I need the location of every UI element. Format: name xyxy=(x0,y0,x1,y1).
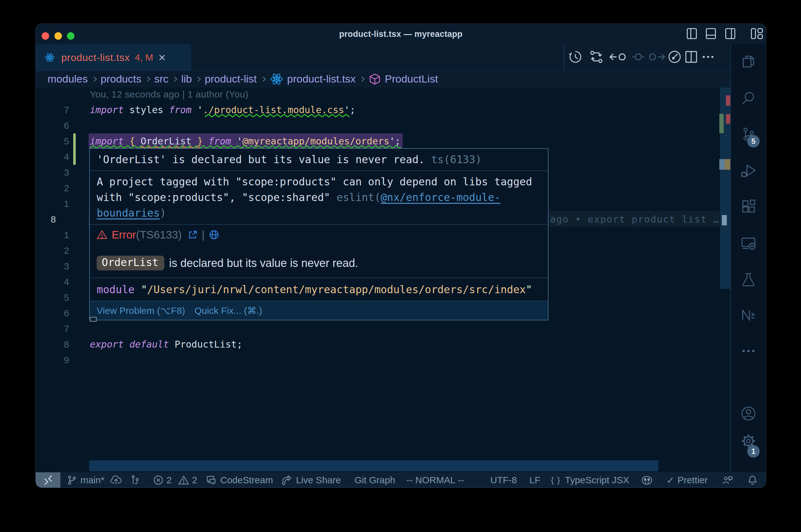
extensions-icon[interactable] xyxy=(741,199,756,216)
vertical-scrollbar[interactable] xyxy=(719,87,730,472)
line-number: 4 xyxy=(50,149,69,165)
gitgraph-item[interactable]: Git Graph xyxy=(354,472,395,488)
more-actions-icon[interactable] xyxy=(701,50,715,65)
liveshare-icon xyxy=(281,475,292,486)
editor[interactable]: 7 6 5 4 3 2 1 8 1 2 3 4 5 6 7 8 9 You, 1… xyxy=(36,87,730,472)
chevron-right-icon xyxy=(88,75,101,83)
gitlens-authors-lens[interactable]: You, 12 seconds ago | 1 author (You) xyxy=(90,87,249,102)
testing-icon[interactable] xyxy=(741,272,756,288)
hover-diagnostic-row: 'OrderList' is declared but its value is… xyxy=(90,149,548,170)
vscode-window: product-list.tsx — myreactapp xyxy=(36,24,766,488)
timeline-history-icon[interactable] xyxy=(568,50,582,65)
liveshare-item[interactable]: Live Share xyxy=(281,472,341,488)
tab-label: product-list.tsx xyxy=(61,52,130,63)
line-number: 5 xyxy=(50,133,69,149)
vim-mode-label: -- NORMAL -- xyxy=(406,475,464,486)
toggle-secondary-sidebar-icon[interactable] xyxy=(725,28,735,40)
codestream-item[interactable]: CodeStream xyxy=(205,472,273,488)
line-number: 3 xyxy=(50,259,69,274)
cloud-upload-icon xyxy=(110,475,122,486)
code-token: A project tagged with "scope:products" c… xyxy=(97,176,532,188)
hover-resize-handle[interactable] xyxy=(90,317,97,322)
react-file-icon xyxy=(44,52,55,63)
hover-eslint-line1: A project tagged with "scope:products" c… xyxy=(97,174,548,190)
remote-explorer-icon[interactable] xyxy=(741,236,756,252)
previous-change-icon[interactable] xyxy=(609,50,627,65)
gitlens-inline-blame: ago • export product list … xyxy=(550,212,720,227)
hover-module-row: module "/Users/juri/nrwl/content/myreact… xyxy=(90,278,548,301)
commit-graph-item[interactable] xyxy=(130,472,141,488)
breadcrumb-item-symbol[interactable]: ProductList xyxy=(385,73,438,85)
toggle-primary-sidebar-icon[interactable] xyxy=(687,28,697,40)
commit-graph-icon[interactable] xyxy=(668,50,681,65)
code-token xyxy=(134,284,141,296)
code-line-16: export default ProductList; xyxy=(90,337,242,352)
hover-eslint-line2: with "scope:products", "scope:shared" es… xyxy=(97,190,548,205)
git-branch-item[interactable]: main* xyxy=(67,472,122,488)
notifications-item[interactable] xyxy=(747,472,758,488)
codestream-icon xyxy=(205,475,216,486)
breadcrumb: modulesproductssrclibproduct-list produc… xyxy=(36,71,730,87)
breadcrumb-item-lib[interactable]: lib xyxy=(181,73,192,85)
code-token: ; xyxy=(350,104,356,115)
horizontal-scrollbar-slider[interactable] xyxy=(89,460,658,471)
code-token: boundaries xyxy=(97,207,160,219)
git-added-lines-indicator xyxy=(73,133,76,165)
chevron-right-icon xyxy=(257,75,270,83)
tab-bar: product-list.tsx 4, M xyxy=(36,44,766,71)
language-item[interactable]: { } TypeScript JSX xyxy=(551,472,629,488)
liveshare-label: Live Share xyxy=(296,475,341,486)
explorer-icon[interactable] xyxy=(741,54,756,71)
tab-product-list[interactable]: product-list.tsx 4, M xyxy=(36,44,192,71)
source-control-badge: 5 xyxy=(747,135,760,148)
tab-separator xyxy=(192,44,192,71)
open-external-icon[interactable] xyxy=(188,230,197,240)
run-debug-icon[interactable] xyxy=(740,163,757,180)
code-token: @nx/enforce-module- xyxy=(381,191,500,204)
account-icon[interactable] xyxy=(740,405,757,423)
breadcrumb-item-product-list[interactable]: product-list xyxy=(205,73,257,85)
breadcrumb-item-file[interactable]: product-list.tsx xyxy=(287,73,356,85)
search-icon[interactable] xyxy=(741,90,756,107)
nx-console-icon[interactable] xyxy=(740,307,757,324)
line-number: 4 xyxy=(50,274,69,290)
tab-close-icon[interactable] xyxy=(158,54,166,61)
globe-icon[interactable] xyxy=(209,230,219,240)
next-change-icon[interactable] xyxy=(648,50,665,65)
breadcrumb-item-src[interactable]: src xyxy=(154,73,168,85)
toggle-panel-icon[interactable] xyxy=(706,28,716,40)
split-editor-icon[interactable] xyxy=(685,50,698,65)
window-layout-controls xyxy=(687,24,766,44)
line-number: 2 xyxy=(50,243,69,259)
problems-item[interactable]: 2 2 xyxy=(153,472,197,488)
feedback-item[interactable] xyxy=(722,472,733,488)
hover-error-line: Error(TS6133) | xyxy=(97,226,219,243)
vim-mode-item[interactable]: -- NORMAL -- xyxy=(406,472,464,488)
code-token: /Users/juri/nrwl/content/myreactapp/modu… xyxy=(147,284,526,296)
code-token: ts(6133) xyxy=(431,153,481,166)
additional-views-icon[interactable] xyxy=(741,343,756,360)
check-icon: ✓ xyxy=(667,475,674,486)
breadcrumb-item-products[interactable]: products xyxy=(101,73,142,85)
remote-indicator[interactable] xyxy=(36,472,60,488)
breadcrumb-item-modules[interactable]: modules xyxy=(48,73,88,85)
copilot-item[interactable] xyxy=(641,472,653,488)
encoding-item[interactable]: UTF-8 xyxy=(490,472,517,488)
overview-error-mark xyxy=(726,95,730,106)
change-indicator-icon[interactable] xyxy=(632,50,645,65)
code-token xyxy=(124,339,129,350)
line-number: 9 xyxy=(50,352,69,368)
customize-layout-icon[interactable] xyxy=(751,28,763,40)
quick-fix-link[interactable]: Quick Fix... (⌘.) xyxy=(194,305,262,316)
prettier-item[interactable]: ✓ Prettier xyxy=(667,472,708,488)
open-changes-icon[interactable] xyxy=(589,50,604,65)
overview-added-mark xyxy=(719,114,724,133)
eol-item[interactable]: LF xyxy=(529,472,540,488)
status-bar: main* xyxy=(36,472,766,488)
line-number: 7 xyxy=(50,102,69,118)
chevron-right-icon xyxy=(356,75,369,83)
view-problem-link[interactable]: View Problem (⌥F8) xyxy=(97,305,185,316)
code-token: default xyxy=(129,339,169,350)
code-token: ProductList xyxy=(169,339,237,350)
warning-count: 2 xyxy=(192,475,197,486)
